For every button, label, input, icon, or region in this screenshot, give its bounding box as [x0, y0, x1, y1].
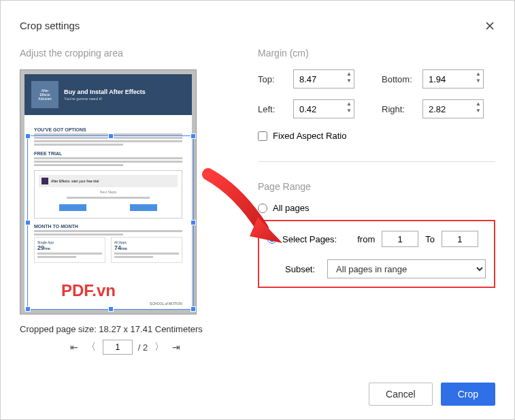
margin-top-input[interactable] [293, 69, 354, 88]
preview-heading-options: YOU'VE GOT OPTIONS [34, 127, 182, 132]
preview-heading-month: MONTH TO MONTH [34, 224, 182, 229]
close-icon[interactable] [484, 20, 495, 31]
preview-banner-title: Buy and Install After Effects [64, 88, 146, 95]
spin-up-icon[interactable]: ▲ [346, 71, 352, 78]
spin-up-icon[interactable]: ▲ [476, 71, 481, 78]
pager-prev-icon[interactable]: 〈 [85, 341, 97, 353]
left-label: Left: [258, 104, 293, 114]
preview-page: After Effects Kickstart Buy and Install … [20, 69, 197, 314]
spin-up-icon[interactable]: ▲ [476, 101, 481, 108]
divider [258, 161, 495, 162]
spin-down-icon[interactable]: ▼ [476, 108, 481, 114]
from-label: from [357, 234, 375, 244]
fixed-aspect-label: Fixed Aspect Ratio [273, 131, 346, 141]
margin-left-input[interactable] [293, 99, 354, 118]
margin-right-input[interactable] [422, 99, 484, 118]
fixed-aspect-checkbox[interactable] [258, 131, 267, 141]
dialog-title: Crop settings [20, 20, 80, 31]
select-pages-radio[interactable] [267, 234, 277, 244]
select-pages-label: Select Pages: [282, 234, 337, 244]
cancel-button[interactable]: Cancel [369, 383, 433, 406]
spin-down-icon[interactable]: ▼ [346, 78, 352, 84]
from-input[interactable] [382, 231, 418, 247]
to-input[interactable] [442, 231, 478, 247]
annotation-highlight: Select Pages: from To Subset: All pages … [258, 220, 495, 288]
pager-input[interactable] [103, 340, 133, 355]
top-label: Top: [258, 74, 293, 84]
preview-banner-icon: After Effects Kickstart [31, 81, 59, 108]
right-label: Right: [382, 104, 422, 114]
subset-label: Subset: [285, 264, 315, 274]
spin-down-icon[interactable]: ▼ [346, 108, 352, 114]
adjust-area-label: Adjust the cropping area [20, 48, 231, 59]
pager-last-icon[interactable]: ⇥ [171, 342, 182, 353]
spin-up-icon[interactable]: ▲ [346, 101, 352, 108]
preview-container[interactable]: After Effects Kickstart Buy and Install … [20, 69, 231, 314]
crop-button[interactable]: Crop [441, 383, 495, 406]
all-pages-radio[interactable] [258, 204, 267, 213]
spin-down-icon[interactable]: ▼ [476, 78, 481, 84]
preview-heading-trial: FREE TRIAL [34, 151, 182, 156]
pager-first-icon[interactable]: ⇤ [69, 342, 80, 353]
all-pages-label: All pages [273, 203, 309, 213]
preview-footer: SCHOOL of MOTION [150, 302, 182, 306]
cropped-size-label: Cropped page size: 18.27 x 17.41 Centime… [20, 324, 231, 334]
pager: ⇤ 〈 / 2 〉 ⇥ [20, 340, 231, 355]
margin-bottom-input[interactable] [422, 69, 484, 88]
subset-select[interactable]: All pages in range [327, 259, 486, 278]
margin-title: Margin (cm) [258, 48, 495, 59]
preview-banner-sub: You're gonna need it! [64, 97, 146, 101]
bottom-label: Bottom: [382, 74, 422, 84]
page-range-title: Page Range [258, 181, 495, 192]
to-label: To [425, 234, 435, 244]
watermark: PDF.vn [61, 281, 116, 300]
pager-next-icon[interactable]: 〉 [153, 341, 165, 353]
pager-total: / 2 [138, 342, 148, 353]
